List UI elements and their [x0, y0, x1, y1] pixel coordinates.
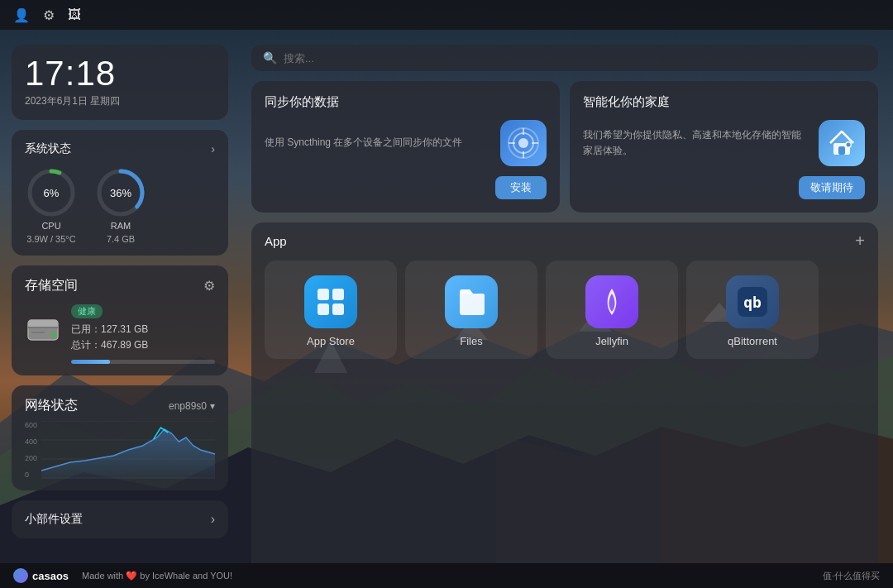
svg-rect-17	[31, 332, 45, 333]
search-input[interactable]	[284, 52, 867, 65]
left-panel: 17:18 2023年6月1日 星期四 系统状态 › 6%	[0, 30, 240, 588]
install-button[interactable]: 安装	[495, 176, 547, 199]
app-item-appstore[interactable]: App Store	[265, 261, 397, 359]
sync-card-title: 同步你的数据	[265, 94, 547, 110]
smarthome-card: 智能化你的家庭 我们希望为你提供隐私、高速和本地化存储的智能家居体验。	[570, 81, 878, 213]
widget-settings-label: 小部件设置	[25, 512, 83, 527]
ram-gauge: 36% RAM 7.4 GB	[94, 166, 147, 244]
ram-detail: 7.4 GB	[107, 234, 135, 244]
app-grid: App Store Files	[265, 261, 865, 359]
clock-date: 2023年6月1日 星期四	[25, 94, 215, 108]
app-section-title: App	[265, 234, 287, 248]
hdd-icon	[25, 312, 61, 356]
ram-percent: 36%	[94, 166, 147, 219]
syncthing-icon	[500, 120, 547, 166]
storage-settings-icon[interactable]: ⚙	[203, 278, 215, 294]
casaos-logo: casaos	[13, 568, 69, 583]
search-bar: 🔍	[251, 45, 878, 71]
ram-label: RAM	[111, 221, 131, 231]
sync-card: 同步你的数据 使用 Syncthing 在多个设备之间同步你的文件	[251, 81, 560, 213]
storage-used: 已用：127.31 GB	[71, 322, 215, 337]
person-icon[interactable]: 👤	[13, 7, 30, 23]
sync-card-text: 使用 Syncthing 在多个设备之间同步你的文件	[265, 135, 490, 151]
smarthome-card-text: 我们希望为你提供隐私、高速和本地化存储的智能家居体验。	[583, 127, 809, 159]
storage-title: 存储空间	[25, 277, 78, 294]
main-content: 17:18 2023年6月1日 星期四 系统状态 › 6%	[0, 30, 893, 588]
system-status-title: 系统状态	[25, 141, 71, 156]
storage-widget: 存储空间 ⚙ 健康 已用：127.31 GB	[12, 265, 228, 375]
footer-brand: casaos	[32, 570, 69, 582]
cpu-percent: 6%	[25, 166, 78, 219]
app-item-qbittorrent[interactable]: qb qBittorrent	[686, 261, 819, 359]
qbit-icon: qb	[726, 275, 779, 328]
smarthome-card-title: 智能化你的家庭	[583, 94, 865, 110]
files-label: Files	[460, 335, 482, 347]
svg-rect-35	[318, 304, 329, 315]
right-panel: 🔍 同步你的数据 使用 Syncthing 在多个设备之间同步你的文件	[240, 30, 893, 588]
footer: casaos Made with ❤️ by IceWhale and YOU!…	[0, 563, 893, 588]
svg-rect-34	[332, 289, 344, 300]
svg-rect-36	[332, 304, 344, 315]
cpu-detail: 3.9W / 35°C	[26, 234, 75, 244]
widget-settings-arrow-icon: ›	[211, 512, 215, 527]
coming-soon-button[interactable]: 敬请期待	[799, 176, 865, 199]
app-section-header: App +	[265, 232, 865, 249]
svg-point-24	[518, 138, 528, 148]
footer-left: casaos Made with ❤️ by IceWhale and YOU!	[13, 568, 232, 583]
health-badge: 健康	[71, 304, 103, 318]
cpu-label: CPU	[41, 221, 60, 231]
clock-widget: 17:18 2023年6月1日 星期四	[12, 45, 228, 120]
add-app-button[interactable]: +	[855, 232, 865, 249]
sliders-icon[interactable]: ⚙	[43, 7, 55, 23]
app-item-files[interactable]: Files	[405, 261, 537, 359]
cards-row: 同步你的数据 使用 Syncthing 在多个设备之间同步你的文件	[251, 81, 878, 213]
cpu-gauge: 6% CPU 3.9W / 35°C	[25, 166, 78, 244]
network-iface[interactable]: enp89s0 ▾	[169, 400, 215, 412]
svg-rect-15	[28, 327, 58, 328]
appstore-label: App Store	[307, 335, 355, 347]
svg-rect-33	[318, 289, 329, 300]
net-chart-labels: 600 400 200 0	[25, 421, 37, 479]
svg-text:qb: qb	[743, 294, 762, 311]
system-widget: 系统状态 › 6% CPU 3.9W / 35°C	[12, 130, 228, 256]
logo-circle-icon	[13, 568, 28, 583]
app-section: App + App Store	[251, 222, 878, 576]
svg-rect-30	[838, 146, 845, 155]
footer-tagline: Made with ❤️ by IceWhale and YOU!	[82, 571, 232, 581]
jellyfin-label: Jellyfin	[595, 335, 628, 347]
files-icon	[445, 275, 498, 328]
svg-point-32	[847, 143, 851, 147]
footer-watermark: 值·什么值得买	[823, 570, 880, 582]
topbar: 👤 ⚙ 🖼	[0, 0, 893, 30]
storage-bar-fill	[71, 360, 110, 364]
app-item-jellyfin[interactable]: Jellyfin	[546, 261, 678, 359]
jellyfin-icon	[585, 275, 638, 328]
network-title: 网络状态	[25, 397, 78, 414]
appstore-icon	[304, 275, 357, 328]
iface-chevron-icon[interactable]: ▾	[210, 400, 215, 412]
home-icon	[819, 120, 865, 166]
widget-settings-button[interactable]: 小部件设置 ›	[12, 500, 228, 538]
system-chevron-icon[interactable]: ›	[211, 142, 215, 155]
clock-time: 17:18	[25, 56, 215, 91]
svg-point-16	[51, 332, 56, 337]
photo-icon[interactable]: 🖼	[68, 7, 81, 22]
search-icon: 🔍	[263, 51, 277, 65]
network-widget: 网络状态 enp89s0 ▾ 600 400 200 0	[12, 385, 228, 490]
qbit-label: qBittorrent	[728, 335, 777, 347]
network-chart: 600 400 200 0	[25, 421, 215, 479]
storage-total: 总计：467.89 GB	[71, 337, 215, 353]
